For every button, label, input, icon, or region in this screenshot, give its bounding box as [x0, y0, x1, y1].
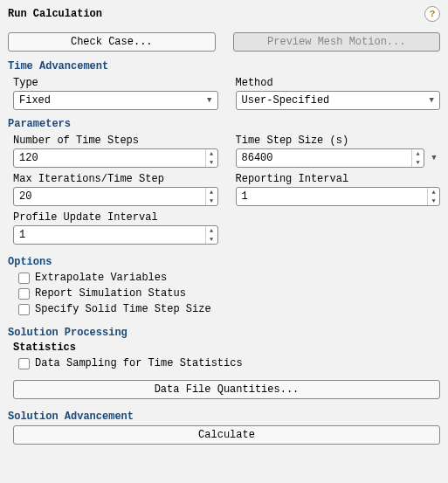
- time-step-size-dropdown[interactable]: ▼: [428, 154, 440, 162]
- extrapolate-variables-label: Extrapolate Variables: [35, 272, 167, 284]
- time-step-size-label: Time Step Size (s): [236, 135, 441, 147]
- check-case-button[interactable]: Check Case...: [8, 32, 216, 52]
- time-step-size-input[interactable]: 86400 ▲ ▼: [236, 148, 425, 168]
- spinner-up-icon[interactable]: ▲: [412, 149, 424, 158]
- num-steps-label: Number of Time Steps: [13, 135, 218, 147]
- calculate-button[interactable]: Calculate: [13, 425, 440, 445]
- spinner-down-icon[interactable]: ▼: [206, 197, 217, 205]
- max-iter-label: Max Iterations/Time Step: [13, 173, 218, 185]
- report-simulation-status-label: Report Simulation Status: [35, 287, 186, 300]
- extrapolate-variables-checkbox[interactable]: [18, 273, 30, 284]
- chevron-down-icon: ▼: [207, 96, 211, 105]
- profile-update-label: Profile Update Interval: [13, 211, 218, 224]
- spinner-down-icon[interactable]: ▼: [428, 197, 439, 205]
- solution-advancement-section-label: Solution Advancement: [8, 411, 440, 423]
- type-select-value: Fixed: [19, 94, 51, 107]
- spinner-down-icon[interactable]: ▼: [412, 158, 424, 167]
- solution-processing-section-label: Solution Processing: [8, 327, 440, 339]
- statistics-section-label: Statistics: [13, 342, 440, 354]
- method-select[interactable]: User-Specified ▼: [236, 91, 441, 110]
- spinner-up-icon[interactable]: ▲: [428, 188, 439, 197]
- type-label: Type: [13, 77, 218, 89]
- data-sampling-checkbox[interactable]: [18, 358, 30, 369]
- report-simulation-status-checkbox[interactable]: [18, 288, 30, 300]
- profile-update-input[interactable]: 1 ▲ ▼: [13, 225, 218, 245]
- num-steps-input[interactable]: 120 ▲ ▼: [13, 148, 218, 168]
- profile-update-value: 1: [14, 226, 205, 244]
- options-section-label: Options: [8, 256, 440, 268]
- spinner-up-icon[interactable]: ▲: [206, 226, 217, 235]
- num-steps-value: 120: [14, 149, 205, 167]
- type-select[interactable]: Fixed ▼: [13, 91, 218, 110]
- method-label: Method: [236, 77, 441, 89]
- data-file-quantities-button[interactable]: Data File Quantities...: [13, 380, 440, 399]
- parameters-section-label: Parameters: [8, 118, 440, 130]
- spinner-down-icon[interactable]: ▼: [206, 235, 217, 244]
- max-iter-value: 20: [14, 188, 205, 205]
- data-sampling-label: Data Sampling for Time Statistics: [35, 357, 243, 369]
- reporting-interval-value: 1: [237, 188, 428, 205]
- spinner-up-icon[interactable]: ▲: [206, 188, 217, 197]
- help-icon[interactable]: ?: [424, 6, 440, 22]
- chevron-down-icon: ▼: [430, 96, 434, 105]
- spinner-down-icon[interactable]: ▼: [206, 158, 217, 167]
- max-iter-input[interactable]: 20 ▲ ▼: [13, 187, 218, 206]
- reporting-interval-label: Reporting Interval: [236, 173, 441, 185]
- specify-solid-time-step-checkbox[interactable]: [18, 304, 30, 315]
- preview-mesh-motion-button: Preview Mesh Motion...: [233, 32, 441, 52]
- page-title: Run Calculation: [8, 8, 102, 20]
- time-advancement-section-label: Time Advancement: [8, 60, 440, 72]
- specify-solid-time-step-label: Specify Solid Time Step Size: [35, 303, 211, 315]
- time-step-size-value: 86400: [237, 149, 412, 167]
- reporting-interval-input[interactable]: 1 ▲ ▼: [236, 187, 441, 206]
- method-select-value: User-Specified: [242, 94, 330, 107]
- spinner-up-icon[interactable]: ▲: [206, 149, 217, 158]
